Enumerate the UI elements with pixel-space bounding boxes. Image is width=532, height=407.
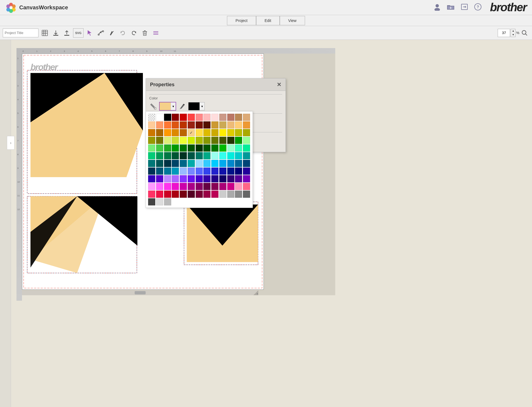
color-cell[interactable] [156, 152, 163, 159]
color-cell[interactable] [188, 191, 195, 198]
color-cell[interactable] [156, 144, 163, 152]
zoom-down-btn[interactable]: ▼ [511, 33, 515, 37]
color-cell[interactable] [211, 175, 218, 182]
color-cell[interactable] [235, 137, 242, 144]
color-cell-selected[interactable] [188, 129, 195, 136]
color-cell[interactable] [180, 191, 187, 198]
color-cell[interactable] [148, 160, 155, 167]
search-btn[interactable] [520, 28, 529, 38]
color-cell[interactable] [235, 114, 242, 121]
color-cell[interactable] [227, 114, 234, 121]
color-cell[interactable] [148, 129, 155, 136]
color-cell[interactable] [235, 191, 242, 198]
color-cell[interactable] [180, 168, 187, 175]
color-cell[interactable] [172, 160, 179, 167]
color-cell[interactable] [219, 121, 226, 129]
color-cell[interactable] [188, 121, 195, 129]
color-cell[interactable] [243, 168, 250, 175]
color-cell[interactable] [196, 129, 203, 136]
folder-icon-btn[interactable] [447, 3, 455, 12]
color-cell[interactable] [172, 129, 179, 136]
color-cell[interactable] [203, 129, 210, 136]
color-cell[interactable] [196, 152, 203, 159]
color-cell[interactable] [203, 168, 210, 175]
color-cell[interactable] [219, 114, 226, 121]
grid-btn[interactable] [151, 28, 160, 38]
color-cell[interactable] [227, 183, 234, 190]
color-cell[interactable] [156, 175, 163, 182]
color-cell[interactable] [172, 183, 179, 190]
color-cell[interactable] [188, 152, 195, 159]
color-cell[interactable] [164, 137, 171, 144]
redo-btn[interactable] [129, 28, 138, 38]
color-cell[interactable] [196, 191, 203, 198]
undo-btn[interactable] [118, 28, 128, 38]
color-cell[interactable] [203, 175, 210, 182]
color-cell[interactable] [188, 183, 195, 190]
color-cell[interactable] [188, 114, 195, 121]
color-cell[interactable] [227, 160, 234, 167]
download-btn[interactable] [51, 28, 60, 38]
color-cell[interactable] [148, 191, 155, 198]
color-cell[interactable] [227, 137, 234, 144]
color-cell[interactable] [243, 121, 250, 129]
color-cell[interactable] [196, 137, 203, 144]
color-cell[interactable] [243, 137, 250, 144]
color-cell[interactable] [243, 191, 250, 198]
color-cell[interactable] [227, 191, 234, 198]
color-cell[interactable] [227, 175, 234, 182]
color-cell[interactable] [172, 137, 179, 144]
help-icon-btn[interactable]: ? [474, 3, 482, 12]
color-cell[interactable] [219, 175, 226, 182]
color-cell[interactable] [188, 175, 195, 182]
color-cell[interactable] [211, 129, 218, 136]
color-cell[interactable] [203, 114, 210, 121]
bottom-scroll-thumb[interactable] [135, 291, 146, 294]
new-table-btn[interactable] [40, 28, 49, 38]
color-cell[interactable] [219, 137, 226, 144]
stroke-color-dropdown-arrow[interactable]: ▼ [199, 102, 204, 110]
color-cell[interactable] [235, 121, 242, 129]
color-cell[interactable] [227, 129, 234, 136]
stroke-color-btn[interactable]: ▼ [188, 102, 205, 110]
color-cell[interactable] [203, 144, 210, 152]
color-cell[interactable] [164, 121, 171, 129]
color-cell[interactable] [172, 175, 179, 182]
color-cell[interactable] [164, 183, 171, 190]
color-cell[interactable] [180, 121, 187, 129]
color-cell[interactable] [164, 175, 171, 182]
color-cell[interactable] [227, 152, 234, 159]
color-cell[interactable] [219, 129, 226, 136]
color-cell[interactable] [196, 114, 203, 121]
color-cell[interactable] [156, 137, 163, 144]
fill-color-dropdown-arrow[interactable]: ▼ [171, 102, 176, 110]
svg-btn[interactable]: SVG [73, 28, 84, 38]
color-cell[interactable] [164, 144, 171, 152]
node-btn[interactable] [96, 28, 106, 38]
color-cell[interactable] [243, 129, 250, 136]
color-cell[interactable] [180, 129, 187, 136]
color-cell[interactable] [156, 121, 163, 129]
color-cell[interactable] [148, 137, 155, 144]
color-cell[interactable] [188, 168, 195, 175]
fill-color-btn[interactable]: ▼ [159, 102, 176, 111]
color-cell[interactable] [211, 160, 218, 167]
color-cell[interactable] [219, 144, 226, 152]
color-cell[interactable] [188, 144, 195, 152]
color-cell[interactable] [243, 152, 250, 159]
color-cell[interactable] [219, 168, 226, 175]
color-cell[interactable] [243, 160, 250, 167]
color-cell[interactable] [219, 191, 226, 198]
color-cell[interactable] [211, 168, 218, 175]
menu-view[interactable]: View [280, 16, 305, 25]
color-cell[interactable] [211, 114, 218, 121]
zoom-input[interactable] [498, 29, 510, 37]
color-cell[interactable] [211, 137, 218, 144]
color-cell[interactable] [243, 144, 250, 152]
color-cell[interactable] [172, 152, 179, 159]
color-cell[interactable] [148, 183, 155, 190]
color-cell[interactable] [164, 168, 171, 175]
menu-edit[interactable]: Edit [256, 16, 280, 25]
menu-project[interactable]: Project [227, 16, 256, 25]
color-cell[interactable] [211, 183, 218, 190]
